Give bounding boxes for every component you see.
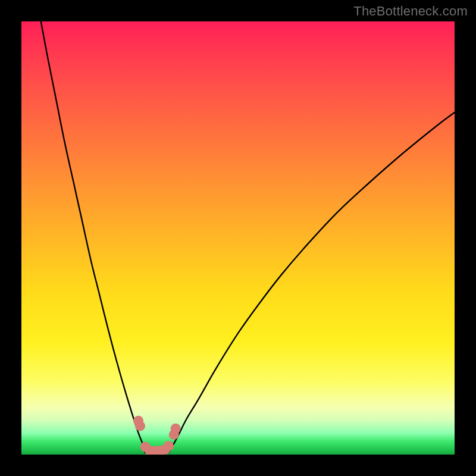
data-marker bbox=[164, 441, 174, 451]
curve-layer bbox=[21, 21, 455, 455]
series-right-curve bbox=[169, 112, 455, 452]
plot-area bbox=[21, 21, 455, 455]
data-marker bbox=[135, 421, 145, 431]
series-left-curve bbox=[41, 21, 147, 452]
chart-frame: TheBottleneck.com bbox=[0, 0, 476, 476]
watermark-text: TheBottleneck.com bbox=[353, 4, 468, 19]
data-marker bbox=[171, 424, 181, 434]
